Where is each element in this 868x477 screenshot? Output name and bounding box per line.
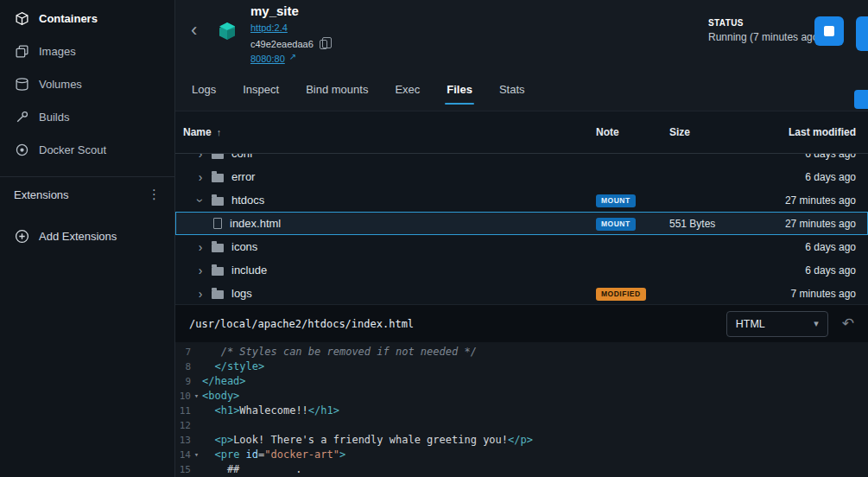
table-row-icons[interactable]: ›icons6 days ago <box>175 235 868 258</box>
column-label-name: Name <box>183 126 212 138</box>
container-id: c49e2eaedaa6 <box>250 39 314 49</box>
file-name: include <box>231 264 267 277</box>
badge-mount: MOUNT <box>596 194 636 207</box>
image-link[interactable]: httpd:2.4 <box>250 22 288 33</box>
table-row-htdocs[interactable]: ›htdocsMOUNT27 minutes ago <box>175 188 868 212</box>
sidebar-item-volumes[interactable]: Volumes <box>0 67 174 100</box>
line-number: 15 <box>175 462 191 477</box>
sidebar-item-label: Builds <box>39 111 69 124</box>
table-row-logs[interactable]: ›logsMODIFIED7 minutes ago <box>175 282 868 304</box>
stop-button[interactable] <box>814 16 844 46</box>
container-info: my_site httpd:2.4 c49e2eaedaa6 8080:80 ↗ <box>250 3 327 64</box>
sidebar-item-images[interactable]: Images <box>0 35 174 67</box>
table-row-include[interactable]: ›include6 days ago <box>175 258 868 282</box>
token: ## . <box>202 463 302 475</box>
code-text[interactable]: ## . <box>202 462 302 477</box>
code-editor[interactable]: 7 /* Styles can be removed if not needed… <box>175 342 868 477</box>
fold-icon[interactable]: ▾ <box>191 448 202 462</box>
token: <p> <box>214 434 233 446</box>
port-link[interactable]: 8080:80 <box>250 54 285 64</box>
tab-logs[interactable]: Logs <box>190 80 218 99</box>
token: id <box>246 448 258 461</box>
note-cell: MODIFIED <box>596 286 669 301</box>
tab-bind-mounts[interactable]: Bind mounts <box>304 80 370 99</box>
chevron-right-icon[interactable]: › <box>194 171 206 183</box>
chevron-down-icon[interactable]: › <box>194 194 206 207</box>
name-cell: ›error <box>175 170 596 183</box>
table-row-index-html[interactable]: index.htmlMOUNT551 Bytes27 minutes ago <box>175 212 868 235</box>
back-button[interactable]: ‹ <box>191 21 197 40</box>
external-link-icon: ↗ <box>289 52 296 61</box>
file-name: htdocs <box>231 194 264 207</box>
modified-cell: 6 days ago <box>773 264 868 277</box>
fold-gutter <box>191 404 202 418</box>
code-text[interactable]: </head> <box>202 374 246 389</box>
code-text[interactable]: </style> <box>202 359 264 374</box>
token: </h1> <box>308 404 339 417</box>
fold-gutter <box>191 462 202 477</box>
table-row-error[interactable]: ›error6 days ago <box>175 165 868 188</box>
chevron-right-icon[interactable]: › <box>194 241 206 253</box>
file-rows: ›conf6 days ago›error6 days ago›htdocsMO… <box>175 154 868 304</box>
container-title: my_site <box>250 3 327 18</box>
main-panel: ‹ my_site httpd:2.4 c49e2eaedaa6 8080:80… <box>175 0 868 477</box>
sidebar-item-extensions[interactable]: Extensions ⋮ <box>0 177 174 212</box>
tab-stats[interactable]: Stats <box>497 80 527 99</box>
table-row-conf[interactable]: ›conf6 days ago <box>175 154 868 165</box>
token <box>202 448 214 461</box>
chevron-right-icon[interactable]: › <box>194 154 206 160</box>
code-text[interactable]: <h1>Whalecome!!</h1> <box>202 404 339 418</box>
sidebar-item-add-extensions[interactable]: Add Extensions <box>0 219 174 253</box>
copy-icon[interactable] <box>320 40 327 49</box>
column-header-name[interactable]: Name ↑ <box>175 126 596 138</box>
status-value: Running (7 minutes ago) <box>708 31 821 43</box>
modified-cell: 27 minutes ago <box>773 194 868 207</box>
column-header-size[interactable]: Size <box>669 126 773 138</box>
tab-files[interactable]: Files <box>445 80 474 99</box>
fold-gutter <box>191 418 202 433</box>
container-image-icon <box>217 21 238 45</box>
kebab-menu-icon[interactable]: ⋮ <box>148 187 161 202</box>
fold-icon[interactable]: ▾ <box>191 389 202 404</box>
chevron-right-icon[interactable]: › <box>194 264 206 277</box>
clipped-tab-action-button[interactable] <box>854 90 868 109</box>
token: /* Styles can be removed if not needed *… <box>202 346 477 358</box>
token: </style> <box>202 360 264 372</box>
tab-exec[interactable]: Exec <box>393 80 421 99</box>
folder-icon <box>212 290 224 299</box>
sidebar-item-builds[interactable]: Builds <box>0 100 174 133</box>
modified-cell: 6 days ago <box>773 171 868 183</box>
container-header: ‹ my_site httpd:2.4 c49e2eaedaa6 8080:80… <box>175 0 868 67</box>
file-icon <box>213 218 222 229</box>
column-header-last-modified[interactable]: Last modified <box>773 126 868 138</box>
file-table-header: Name ↑ Note Size Last modified <box>175 111 868 154</box>
sidebar-item-containers[interactable]: Containers <box>0 2 174 35</box>
add-extensions-label: Add Extensions <box>39 230 117 243</box>
line-number: 9 <box>175 374 191 389</box>
folder-icon <box>212 244 224 252</box>
sidebar-item-label: Docker Scout <box>39 143 106 156</box>
file-path: /usr/local/apache2/htdocs/index.html <box>189 318 414 330</box>
token: > <box>339 448 345 461</box>
code-text[interactable]: <p>Look! There's a friendly whale greeti… <box>202 433 533 448</box>
code-text[interactable]: <pre id="docker-art"> <box>202 448 345 462</box>
file-name: index.html <box>230 217 281 230</box>
tab-inspect[interactable]: Inspect <box>241 80 281 99</box>
clipped-action-button[interactable] <box>856 16 868 51</box>
line-number: 14 <box>175 448 191 462</box>
file-name: conf <box>231 154 253 160</box>
fold-gutter <box>191 374 202 389</box>
badge-mount: MOUNT <box>596 218 636 231</box>
code-text[interactable]: <body> <box>202 389 239 404</box>
chevron-right-icon[interactable]: › <box>194 288 206 300</box>
undo-icon[interactable]: ↶ <box>842 316 854 331</box>
containers-icon <box>14 10 29 26</box>
column-header-note[interactable]: Note <box>596 126 669 138</box>
modified-cell: 7 minutes ago <box>773 288 868 300</box>
language-select[interactable]: HTML ▾ <box>726 311 828 337</box>
sidebar-item-docker-scout[interactable]: Docker Scout <box>0 133 174 166</box>
line-number: 11 <box>175 404 191 418</box>
code-text[interactable]: /* Styles can be removed if not needed *… <box>202 345 477 359</box>
code-line: 11 <h1>Whalecome!!</h1> <box>175 404 868 418</box>
folder-icon <box>212 197 224 206</box>
